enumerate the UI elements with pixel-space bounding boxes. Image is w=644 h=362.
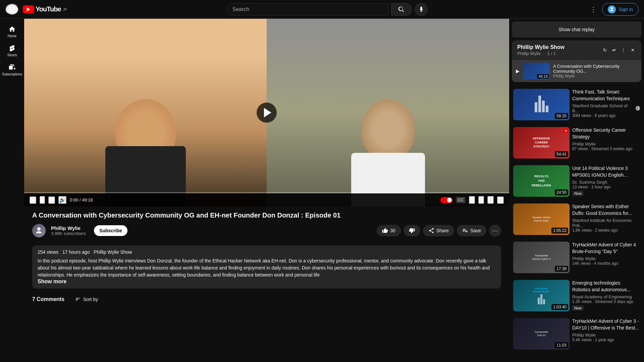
video-player-outer: ⏮ ▶ ⏭ 🔊 0:00 / 49:18 CC — [24, 19, 509, 206]
chat-replay-button[interactable]: Show chat replay — [512, 21, 641, 38]
time-display: 0:00 / 49:18 — [70, 197, 93, 202]
playlist-title-area: Phillip Wylie Show Phillip Wylie · 1 / 1 — [517, 44, 565, 56]
logo-country: JP — [63, 7, 67, 11]
captions-button[interactable]: CC — [456, 197, 466, 203]
channel-row: Phillip Wylie 3.98K subscribers Subscrib… — [32, 224, 501, 237]
rec-title-2: Offensive Security Career Strategy — [572, 127, 640, 140]
show-more-button[interactable]: Show more — [38, 279, 66, 284]
playlist-channel-info: Phillip Wylie · 1 / 1 — [517, 51, 565, 56]
rec-info-6: Emerging technologies: Robotics and auto… — [572, 280, 640, 311]
search-input[interactable] — [227, 4, 388, 15]
autoplay-toggle[interactable] — [440, 197, 452, 203]
playlist-loop-button[interactable]: ↻ — [602, 46, 608, 54]
dislike-button[interactable] — [404, 225, 420, 236]
rec-video-item[interactable]: Speaker SeriesEsther Duflo 1:05:22 Speak… — [512, 201, 641, 238]
subscribe-button[interactable]: Subscribe — [94, 225, 127, 236]
playlist-shuffle-button[interactable]: ⇌ — [611, 46, 617, 54]
save-button[interactable]: Save — [457, 225, 486, 236]
rec-meta-2: 87 views · Streamed 3 weeks ago — [572, 146, 640, 151]
rec-video-item[interactable]: TryHackMeDAY10 11:03 TryHackMe! Advent o… — [512, 315, 641, 352]
subscriptions-icon — [8, 64, 16, 71]
rec-thumb-6: EmergingTechnologies 1:03:40 — [513, 280, 570, 311]
playlist-channel: Phillip Wylie — [517, 51, 541, 56]
desc-channel-link[interactable]: Phillip Wylie Show — [94, 249, 132, 255]
play-button-overlay[interactable] — [257, 103, 277, 123]
playlist-controls: ↻ ⇌ ⋮ ✕ — [602, 46, 636, 54]
sidebar-item-subscriptions[interactable]: Subscriptions — [2, 61, 22, 79]
rec-title-5: TryHackMe! Advent of Cyber 4 Brute-Forci… — [572, 242, 640, 255]
sidebar-item-shorts[interactable]: Shorts — [7, 42, 17, 60]
fullscreen-button[interactable]: ⛶ — [497, 196, 504, 204]
playlist-thumb: 49:19 — [523, 63, 550, 79]
rec-video-item[interactable]: RevoltsAndRebellions 24:50 Unit 14 Polit… — [512, 163, 641, 199]
rec-video-item[interactable]: 58:20 Think Fast, Talk Smart: Communicat… — [512, 86, 641, 123]
rec-channel-1: Stanford Graduate School of B... ✓ — [572, 103, 640, 113]
share-button[interactable]: Share — [423, 225, 454, 236]
play-pause-button[interactable]: ▶ — [40, 196, 45, 204]
skip-forward-button[interactable]: ⏭ — [48, 196, 55, 204]
playlist-more-button[interactable]: ⋮ — [620, 46, 627, 54]
header-right: ⋮ Sign in — [587, 3, 639, 16]
rec-title-1: Think Fast, Talk Smart: Communication Te… — [572, 89, 640, 102]
channel-name[interactable]: Phillip Wylie — [51, 225, 86, 231]
sort-button[interactable]: Sort by — [72, 294, 101, 305]
rec-video-item[interactable]: TryHackMeAdvent Cyber 4 17:39 TryHackMe!… — [512, 239, 641, 276]
rec-title-3: Unit 14 Political Violence 3 MPS001 IGNO… — [572, 165, 640, 178]
playlist-item[interactable]: ▶ 49:19 A Conversation with Cybersecurit… — [512, 60, 641, 82]
rec-title-7: TryHackMe! Advent of Cyber 3 - DAY10 | O… — [572, 318, 640, 331]
rec-channel-6: Royal Academy of Engineering — [572, 294, 640, 299]
playlist-item-channel: Phillip Wylie — [553, 74, 637, 78]
playlist-close-button[interactable]: ✕ — [630, 46, 636, 54]
mic-icon — [418, 6, 425, 13]
more-actions-button[interactable]: ⋯ — [489, 225, 501, 237]
rec-info-3: Unit 14 Political Violence 3 MPS001 IGNO… — [572, 165, 640, 197]
channel-subscribers: 3.98K subscribers — [51, 231, 86, 236]
playlist-play-icon: ▶ — [516, 68, 520, 74]
settings-button[interactable]: ⚙ — [469, 196, 475, 204]
play-triangle — [264, 108, 271, 117]
rec-thumb-3: RevoltsAndRebellions 24:50 — [513, 165, 570, 197]
sort-label: Sort by — [83, 297, 98, 302]
new-badge-6: New — [572, 305, 584, 311]
search-button[interactable] — [391, 3, 412, 16]
comments-header: 7 Comments Sort by — [32, 294, 501, 305]
rec-info-5: TryHackMe! Advent of Cyber 4 Brute-Forci… — [572, 242, 640, 273]
theater-mode-button[interactable]: ▭ — [487, 196, 494, 204]
header: YouTubeJP ⋮ Sign in — [0, 0, 644, 19]
action-buttons: 30 Share Save — [377, 225, 501, 237]
progress-bar-container[interactable] — [24, 192, 509, 193]
recommended-list: 58:20 Think Fast, Talk Smart: Communicat… — [512, 86, 641, 352]
rec-channel-2: Phillip Wylie — [572, 141, 640, 146]
rec-channel-5: Phillip Wylie — [572, 256, 640, 261]
content-area: ⏮ ▶ ⏭ 🔊 0:00 / 49:18 CC — [24, 19, 644, 362]
sign-in-label: Sign in — [619, 7, 633, 12]
rec-video-item[interactable]: EmergingTechnologies 1:03:40 Emerging te — [512, 277, 641, 314]
video-controls: ⏮ ▶ ⏭ 🔊 0:00 / 49:18 CC — [24, 193, 509, 206]
rec-video-item[interactable]: OFFENSIVECAREERSTRATEGY ● 54:41 Offensiv… — [512, 124, 641, 161]
share-label: Share — [436, 228, 449, 233]
header-left: YouTubeJP — [5, 4, 67, 15]
sidebar-item-home[interactable]: Home — [8, 23, 17, 41]
more-options-button[interactable]: ⋮ — [587, 3, 599, 16]
miniplayer-button[interactable]: ⊡ — [478, 196, 484, 204]
rec-duration-7: 11:03 — [555, 342, 568, 348]
volume-button[interactable]: 🔊 — [58, 196, 66, 204]
video-right-person — [267, 19, 509, 206]
right-person-head — [361, 99, 415, 160]
like-button[interactable]: 30 — [377, 225, 401, 236]
sign-in-button[interactable]: Sign in — [602, 3, 639, 16]
rec-thumb-2: OFFENSIVECAREERSTRATEGY ● 54:41 — [513, 127, 570, 159]
video-player-bg — [24, 19, 509, 206]
rec-info-2: Offensive Security Career Strategy Phill… — [572, 127, 640, 159]
mic-button[interactable] — [415, 3, 428, 16]
like-count: 30 — [390, 228, 395, 233]
rec-duration-6: 1:03:40 — [551, 304, 568, 310]
channel-avatar — [32, 224, 46, 237]
rec-channel-4: Stanford Institute for Economic Poli... — [572, 218, 640, 228]
hamburger-menu[interactable] — [5, 4, 19, 15]
playlist-card: Phillip Wylie Show Phillip Wylie · 1 / 1… — [512, 40, 641, 82]
header-center — [72, 3, 582, 16]
desc-views: 254 views — [38, 249, 58, 255]
skip-back-button[interactable]: ⏮ — [30, 196, 36, 204]
youtube-logo[interactable]: YouTubeJP — [23, 5, 67, 13]
